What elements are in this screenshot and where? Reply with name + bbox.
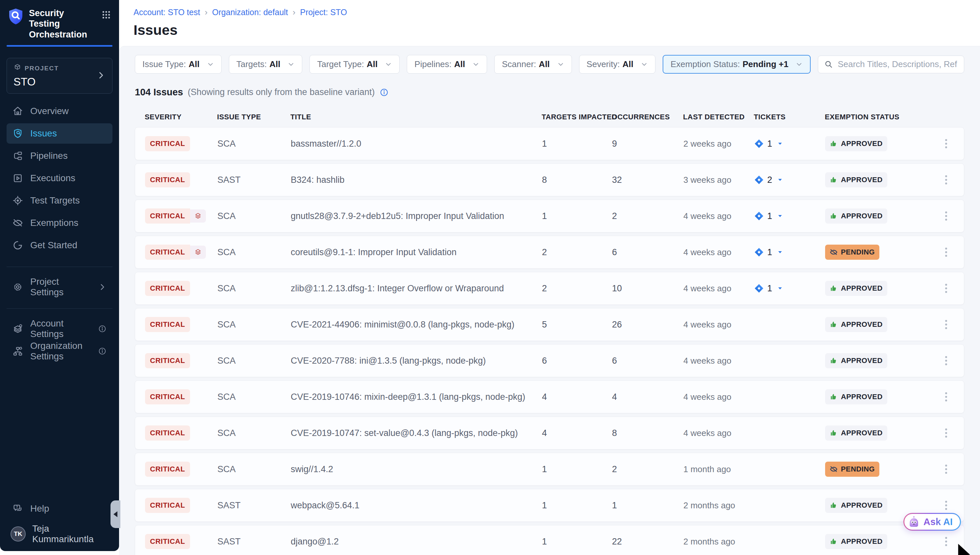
row-menu-button[interactable]	[943, 498, 950, 513]
ask-ai-button[interactable]: Ask AI	[903, 513, 961, 531]
sidebar-item-label: Issues	[30, 128, 57, 139]
filter-exemption-status[interactable]: Exemption Status:Pending +1	[662, 55, 811, 74]
table-row[interactable]: CRITICALSCAbassmaster//1.2.0192 weeks ag…	[135, 127, 964, 160]
sidebar-item-get-started[interactable]: Get Started	[6, 235, 112, 255]
occurrences: 8	[612, 428, 683, 438]
severity-cell: CRITICAL	[145, 209, 217, 224]
ticket-link[interactable]: 1	[754, 247, 825, 257]
table-row[interactable]: CRITICALSCAcoreutils@9.1-1: Improper Inp…	[135, 236, 964, 269]
severity-badge: CRITICAL	[145, 498, 190, 513]
issue-type: SCA	[217, 392, 291, 402]
user-menu[interactable]: TK Teja Kummarikuntla	[6, 524, 112, 544]
table-row[interactable]: CRITICALSASTwebpack@5.64.1112 months ago…	[135, 489, 964, 522]
filter-target-type[interactable]: Target Type:All	[310, 55, 399, 74]
ticket-link[interactable]: 1	[754, 211, 825, 221]
table-row[interactable]: CRITICALSCACVE-2019-10746: mixin-deep@1.…	[135, 380, 964, 413]
sidebar-item-exemptions[interactable]: Exemptions	[6, 213, 112, 233]
help-chat-icon: ?	[13, 504, 23, 514]
issue-title: B324: hashlib	[291, 175, 542, 185]
sidebar-footer: ? Help TK Teja Kummarikuntla	[6, 499, 112, 551]
row-menu-button[interactable]	[943, 390, 950, 404]
filter-scanner[interactable]: Scanner:All	[494, 55, 571, 74]
row-menu-button[interactable]	[943, 209, 950, 223]
row-menu-button[interactable]	[943, 462, 950, 476]
last-detected: 2 months ago	[683, 500, 754, 511]
row-menu-button[interactable]	[943, 353, 950, 368]
thumbs-up-icon	[830, 176, 837, 184]
project-selector[interactable]: PROJECT STO	[6, 58, 112, 94]
filter-severity[interactable]: Severity:All	[579, 55, 655, 74]
search-input[interactable]	[837, 59, 958, 69]
severity-cell: CRITICAL	[145, 136, 217, 151]
filter-pipelines[interactable]: Pipelines:All	[407, 55, 487, 74]
last-detected: 2 months ago	[683, 537, 754, 547]
table-row[interactable]: CRITICALSASTB324: hashlib8323 weeks ago2…	[135, 164, 964, 196]
table-row[interactable]: CRITICALSCAswig//1.4.2121 month agoPENDI…	[135, 453, 964, 486]
table-row[interactable]: CRITICALSCACVE-2021-44906: minimist@0.0.…	[135, 308, 964, 341]
last-detected: 4 weeks ago	[683, 392, 754, 402]
occurrences: 26	[612, 319, 683, 330]
table-row[interactable]: CRITICALSCACVE-2019-10747: set-value@0.4…	[135, 417, 964, 449]
sidebar-item-account-settings[interactable]: Account Settings	[6, 319, 112, 339]
filter-value: Pending +1	[743, 59, 788, 69]
severity-badge: CRITICAL	[145, 245, 190, 260]
issue-type: SCA	[217, 284, 291, 294]
breadcrumb-separator-icon: ›	[205, 7, 207, 18]
row-menu-button[interactable]	[943, 173, 950, 187]
row-menu-button[interactable]	[943, 245, 950, 260]
sidebar-item-pipelines[interactable]: Pipelines	[6, 146, 112, 166]
col-exemption-status: EXEMPTION STATUS	[825, 113, 938, 121]
sidebar-collapse-handle[interactable]	[111, 500, 120, 528]
severity-badge: CRITICAL	[145, 425, 190, 441]
module-grid-icon[interactable]	[101, 10, 111, 21]
table-row[interactable]: CRITICALSCACVE-2020-7788: ini@1.3.5 (lan…	[135, 344, 964, 377]
row-menu-button[interactable]	[943, 136, 950, 151]
issue-title: CVE-2020-7788: ini@1.3.5 (lang-pkgs, nod…	[291, 356, 542, 366]
filter-label: Target Type:	[317, 59, 364, 69]
row-menu-button[interactable]	[943, 317, 950, 332]
severity-badge: CRITICAL	[145, 209, 190, 224]
ticket-link[interactable]: 2	[754, 175, 825, 185]
last-detected: 4 weeks ago	[683, 428, 754, 438]
sidebar-item-test-targets[interactable]: Test Targets	[6, 190, 112, 211]
chevron-down-icon	[796, 61, 803, 68]
sidebar-item-organization-settings[interactable]: Organization Settings	[6, 341, 112, 361]
sidebar-nav-global-settings: Account SettingsOrganization Settings	[6, 308, 112, 361]
row-menu-button[interactable]	[943, 426, 950, 440]
sidebar-item-project-settings[interactable]: Project Settings	[6, 277, 112, 297]
breadcrumb-link-account-sto-test[interactable]: Account: STO test	[133, 8, 200, 17]
exemption-label: APPROVED	[841, 284, 883, 293]
ticket-caret-icon	[777, 213, 783, 219]
col-severity: SEVERITY	[145, 113, 217, 121]
sidebar-item-label: Exemptions	[30, 218, 78, 228]
sidebar-item-label: Pipelines	[30, 151, 68, 161]
sidebar-item-help[interactable]: ? Help	[6, 499, 112, 519]
row-menu-button[interactable]	[943, 281, 950, 295]
filter-targets[interactable]: Targets:All	[229, 55, 303, 74]
cube-icon	[13, 63, 21, 73]
table-row[interactable]: CRITICALSCAzlib@1:1.2.13.dfsg-1: Integer…	[135, 272, 964, 305]
breadcrumb: Account: STO test›Organization: default›…	[133, 7, 966, 18]
info-icon[interactable]	[380, 88, 389, 97]
ticket-link[interactable]: 1	[754, 284, 825, 294]
issue-type: SCA	[217, 247, 291, 257]
severity-cell: CRITICAL	[145, 462, 217, 477]
row-menu-button[interactable]	[943, 534, 950, 549]
sidebar-item-issues[interactable]: Issues	[6, 123, 112, 144]
severity-badge: CRITICAL	[145, 136, 190, 151]
severity-cell: CRITICAL	[145, 534, 217, 549]
thumbs-up-icon	[830, 537, 837, 545]
table-row[interactable]: CRITICALSCAgnutls28@3.7.9-2+deb12u5: Imp…	[135, 200, 964, 233]
exemption-label: APPROVED	[841, 429, 883, 437]
filter-issue-type[interactable]: Issue Type:All	[135, 55, 221, 74]
table-row[interactable]: CRITICALSASTdjango@1.21222 months agoAPP…	[135, 525, 964, 555]
ticket-link[interactable]: 1	[754, 139, 825, 149]
occurrences: 4	[612, 392, 683, 402]
sidebar-item-executions[interactable]: Executions	[6, 168, 112, 188]
sidebar-item-overview[interactable]: Overview	[6, 101, 112, 121]
jira-icon	[754, 284, 764, 293]
breadcrumb-link-organization-default[interactable]: Organization: default	[212, 8, 288, 17]
breadcrumb-link-project-sto[interactable]: Project: STO	[300, 8, 347, 17]
issue-title: django@1.2	[291, 537, 542, 547]
accent-bar	[6, 45, 112, 47]
